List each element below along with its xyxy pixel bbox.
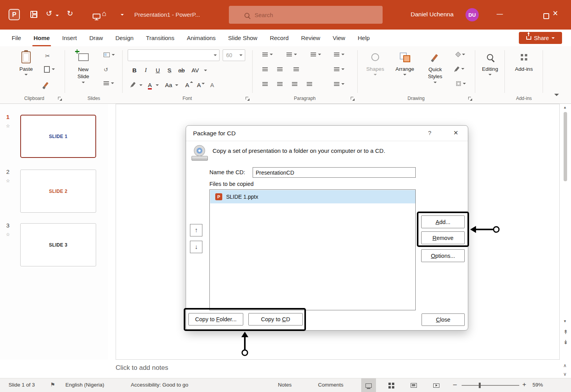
quick-access-chevron-icon[interactable] xyxy=(121,14,124,16)
shape-effects-button[interactable] xyxy=(456,81,466,86)
tab-transitions[interactable]: Transitions xyxy=(140,30,181,46)
tab-slide-show[interactable]: Slide Show xyxy=(222,30,264,46)
clear-formatting-button[interactable]: A xyxy=(210,82,214,88)
notes-collapse-icon[interactable]: ∨ xyxy=(563,372,567,376)
highlighter-icon[interactable] xyxy=(131,82,136,87)
slide-layout-button[interactable] xyxy=(104,52,115,57)
undo-chevron-icon[interactable] xyxy=(56,15,59,16)
paragraph-dialog-launcher[interactable] xyxy=(351,97,355,101)
maximize-button[interactable] xyxy=(543,13,549,19)
slide-indicator[interactable]: Slide 1 of 3 xyxy=(9,382,35,388)
shapes-button[interactable]: Shapes xyxy=(363,50,388,75)
justify-button[interactable] xyxy=(307,82,312,86)
font-dialog-launcher[interactable] xyxy=(246,97,249,101)
file-list-item[interactable]: P SLIDE 1.pptx xyxy=(210,190,415,203)
comments-toggle[interactable]: Comments xyxy=(318,382,343,388)
reset-slide-button[interactable]: ↺ xyxy=(104,66,108,73)
tab-view[interactable]: View xyxy=(327,30,351,46)
close-button[interactable]: × xyxy=(553,9,558,18)
reading-view-button[interactable] xyxy=(406,378,421,392)
paste-button[interactable]: Paste xyxy=(14,50,38,75)
language-indicator[interactable]: English (Nigeria) xyxy=(65,382,104,388)
undo-icon[interactable]: ↺ xyxy=(46,10,52,17)
collapse-ribbon-chevron-icon[interactable] xyxy=(554,94,559,96)
increase-indent-button[interactable] xyxy=(277,67,283,71)
close-dialog-button[interactable]: Close xyxy=(422,313,465,326)
format-painter-button[interactable] xyxy=(45,82,47,87)
cut-button[interactable]: ✂ xyxy=(45,52,50,60)
zoom-in-button[interactable]: + xyxy=(522,381,526,388)
powerpoint-logo-icon[interactable]: P xyxy=(9,9,20,20)
zoom-slider-track[interactable] xyxy=(462,385,519,386)
character-spacing-chevron-icon[interactable] xyxy=(204,70,207,71)
font-color-button[interactable]: A xyxy=(148,82,152,89)
text-direction-button[interactable] xyxy=(334,67,344,71)
notes-pane[interactable]: Click to add notes xyxy=(108,360,562,378)
clipboard-dialog-launcher[interactable] xyxy=(58,97,62,101)
copy-button[interactable] xyxy=(44,66,55,73)
notes-placeholder[interactable]: Click to add notes xyxy=(116,364,168,372)
zoom-out-button[interactable]: – xyxy=(453,381,457,388)
share-button[interactable]: Share xyxy=(519,32,562,44)
align-left-button[interactable] xyxy=(262,82,268,86)
home-icon[interactable]: ⌂ xyxy=(102,10,106,17)
vertical-scrollbar-thumb[interactable] xyxy=(564,112,567,181)
quick-styles-button[interactable]: Quick Styles xyxy=(420,50,450,83)
strikethrough-button[interactable]: ab xyxy=(178,67,185,73)
cd-name-input[interactable] xyxy=(253,167,416,178)
user-name[interactable]: Daniel Uchenna xyxy=(411,11,453,18)
dialog-close-icon[interactable]: × xyxy=(451,128,461,137)
character-spacing-button[interactable]: AV xyxy=(192,67,199,73)
tab-review[interactable]: Review xyxy=(295,30,327,46)
present-display-icon[interactable] xyxy=(93,14,100,19)
arrange-button[interactable]: Arrange xyxy=(391,50,419,75)
proofing-flag-icon[interactable]: ⚑ xyxy=(50,382,55,388)
numbering-button[interactable] xyxy=(286,52,297,56)
tab-help[interactable]: Help xyxy=(351,30,376,46)
slide-thumbnail-3[interactable]: SLIDE 3 xyxy=(20,223,96,266)
slide-sorter-view-button[interactable] xyxy=(384,378,399,392)
font-size-combo[interactable]: 60 xyxy=(223,49,245,61)
text-shadow-button[interactable]: S xyxy=(167,67,171,73)
editing-button[interactable]: Editing xyxy=(477,50,503,75)
add-button[interactable]: Add... xyxy=(421,215,465,228)
move-up-button[interactable]: ↑ xyxy=(190,224,202,236)
scroll-up-arrow-icon[interactable]: ▲ xyxy=(563,106,567,109)
redo-icon[interactable]: ↻ xyxy=(67,10,73,17)
italic-button[interactable]: I xyxy=(145,67,147,73)
minimize-button[interactable]: — xyxy=(497,11,503,17)
dialog-help-button[interactable]: ? xyxy=(425,130,434,136)
notes-expand-icon[interactable]: ∧ xyxy=(563,363,567,368)
sort-button[interactable] xyxy=(334,52,344,56)
new-slide-button[interactable]: New Slide xyxy=(70,50,97,83)
remove-button[interactable]: Remove xyxy=(421,231,465,244)
slide-thumbnail-2[interactable]: SLIDE 2 xyxy=(20,170,96,213)
save-icon[interactable] xyxy=(30,11,37,18)
bullets-button[interactable] xyxy=(262,52,273,56)
highlighter-chevron-icon[interactable] xyxy=(139,84,142,86)
tab-home[interactable]: Home xyxy=(27,30,56,46)
copy-to-folder-button[interactable]: Copy to Folder... xyxy=(188,313,243,326)
align-right-button[interactable] xyxy=(292,82,297,86)
shrink-font-button[interactable]: A xyxy=(197,82,201,88)
tab-file[interactable]: File xyxy=(5,30,27,46)
section-button[interactable] xyxy=(104,81,114,85)
change-case-chevron-icon[interactable] xyxy=(175,84,178,86)
font-name-combo[interactable] xyxy=(128,49,220,61)
align-center-button[interactable] xyxy=(277,82,283,86)
grow-font-button[interactable]: A xyxy=(185,82,189,88)
addins-button[interactable]: Add-ins xyxy=(511,50,537,72)
previous-slide-button-icon[interactable]: ↟ xyxy=(563,329,568,335)
tab-draw[interactable]: Draw xyxy=(83,30,109,46)
shape-outline-button[interactable] xyxy=(456,66,464,71)
bold-button[interactable]: B xyxy=(132,67,137,73)
underline-button[interactable]: U xyxy=(156,67,160,73)
options-button[interactable]: Options... xyxy=(421,249,465,262)
tab-animations[interactable]: Animations xyxy=(181,30,222,46)
dialog-header[interactable]: Package for CD ? × xyxy=(186,126,468,141)
tab-insert[interactable]: Insert xyxy=(56,30,83,46)
line-spacing-button[interactable] xyxy=(311,52,321,56)
files-listbox[interactable]: P SLIDE 1.pptx xyxy=(209,189,416,310)
tab-record[interactable]: Record xyxy=(264,30,295,46)
scroll-down-arrow-icon[interactable]: ▼ xyxy=(563,320,567,323)
